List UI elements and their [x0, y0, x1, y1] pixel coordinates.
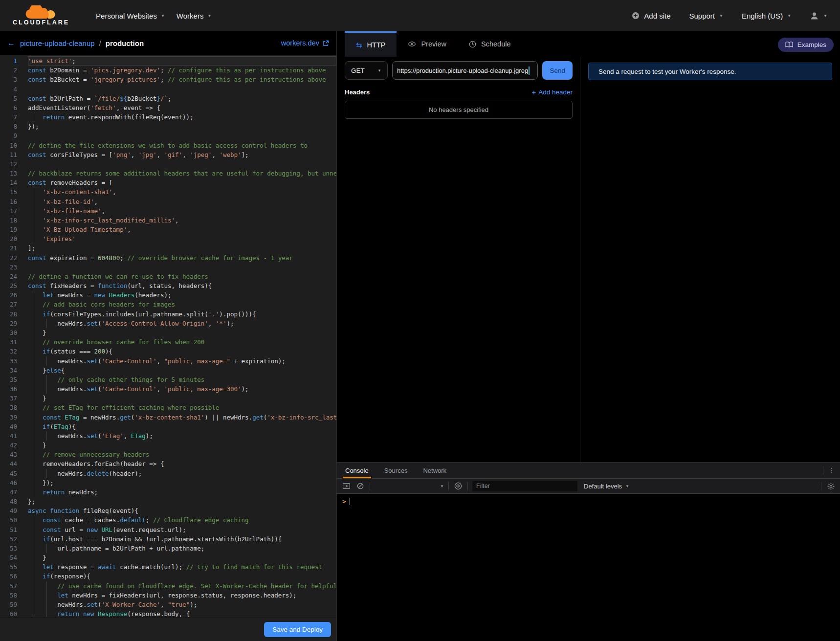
cloudflare-workers-editor: CLOUDFLARE Personal Websites ▼ Workers ▼… [0, 0, 840, 641]
http-arrows-icon: ⇆ [356, 41, 362, 49]
eye-icon [408, 41, 416, 47]
tab-schedule[interactable]: Schedule [458, 31, 522, 57]
indent-guide [32, 375, 32, 384]
log-levels-dropdown[interactable]: Default levels ▼ [584, 483, 629, 490]
indent-guide [32, 347, 32, 356]
user-icon [810, 11, 819, 20]
indent-guide [46, 591, 47, 600]
indent-guide [32, 356, 32, 366]
tab-preview[interactable]: Preview [397, 31, 458, 57]
line-number: 27 [0, 300, 17, 309]
javascript-context-dropdown[interactable]: ▼ [375, 484, 444, 488]
tab-http[interactable]: ⇆ HTTP [345, 31, 397, 57]
code-line: } [28, 553, 336, 562]
line-number: 38 [0, 403, 17, 412]
plus-icon: + [531, 88, 536, 96]
code-editor[interactable]: 1234567891011121314151617181920212223242… [0, 55, 336, 617]
line-number: 26 [0, 290, 17, 300]
breadcrumb-script-link[interactable]: picture-upload-cleanup [20, 39, 95, 47]
clear-console-icon[interactable] [355, 483, 365, 489]
indent-guide [32, 515, 32, 525]
line-number: 2 [0, 66, 17, 75]
line-number: 49 [0, 506, 17, 515]
console-output[interactable]: > [337, 494, 840, 641]
indent-guide [46, 375, 47, 384]
tab-network[interactable]: Network [420, 463, 449, 478]
code-line [28, 159, 336, 169]
indent-guide [32, 197, 32, 206]
indent-guide [32, 487, 32, 497]
code-line: const ETag = newHdrs.get('x-bz-content-s… [28, 413, 336, 422]
indent-guide [32, 216, 32, 225]
console-sidebar-toggle-icon[interactable] [341, 483, 351, 489]
breadcrumb: ← picture-upload-cleanup / production wo… [0, 31, 336, 55]
code-line: newHdrs.set('ETag', ETag); [28, 431, 336, 441]
line-number: 11 [0, 150, 17, 159]
back-arrow-icon[interactable]: ← [7, 39, 15, 47]
indent-guide [32, 206, 32, 216]
tab-sources[interactable]: Sources [382, 463, 410, 478]
code-line: }); [28, 478, 336, 487]
line-number: 50 [0, 515, 17, 525]
indent-guide [32, 450, 32, 459]
line-number: 54 [0, 553, 17, 562]
line-number: 12 [0, 159, 17, 169]
method-select[interactable]: GET ▼ [345, 61, 388, 80]
editor-code[interactable]: 'use strict';const b2Domain = 'pics.jgre… [24, 56, 336, 617]
code-line: 'x-bz-info-src_last_modified_millis', [28, 216, 336, 225]
language-menu[interactable]: English (US) ▼ [742, 12, 791, 20]
code-line: // only cache other things for 5 minutes [28, 375, 336, 384]
code-line: return new Response(response.body, { [28, 609, 336, 617]
line-number: 5 [0, 94, 17, 103]
nav-menu-workers[interactable]: Workers ▼ [177, 12, 211, 20]
line-number: 16 [0, 197, 17, 206]
code-line: newHdrs.set('X-Worker-Cache', "true"); [28, 600, 336, 609]
editor-pane: ← picture-upload-cleanup / production wo… [0, 31, 337, 641]
response-hint: Send a request to test your Worker's res… [588, 63, 832, 80]
navbar-right: Add site Support ▼ English (US) ▼ ▼ [632, 11, 827, 20]
line-number: 29 [0, 319, 17, 328]
account-menu[interactable]: ▼ [810, 11, 827, 20]
line-number: 15 [0, 187, 17, 197]
line-number: 10 [0, 141, 17, 150]
text-cursor [350, 498, 351, 505]
nav-menu-personal-websites[interactable]: Personal Websites ▼ [96, 12, 165, 20]
line-number: 23 [0, 263, 17, 272]
code-line: url.pathname = b2UrlPath + url.pathname; [28, 544, 336, 553]
more-options-icon[interactable]: ⋮ [823, 463, 840, 478]
line-number: 33 [0, 356, 17, 366]
support-menu[interactable]: Support ▼ [689, 12, 723, 20]
code-line: let newHdrs = fixHeaders(url, response.s… [28, 591, 336, 600]
examples-button[interactable]: Examples [778, 38, 834, 52]
code-line: 'x-bz-file-name', [28, 206, 336, 216]
code-line: } [28, 328, 336, 337]
code-line: const corsFileTypes = ['png', 'jpg', 'gi… [28, 150, 336, 159]
add-site-button[interactable]: Add site [632, 12, 670, 20]
url-input[interactable]: https://production.picture-upload-cleanu… [392, 61, 538, 80]
cloudflare-logo[interactable]: CLOUDFLARE [13, 5, 69, 26]
line-number: 32 [0, 347, 17, 356]
code-line: const url = new URL(event.request.url); [28, 525, 336, 534]
workers-dev-link[interactable]: workers.dev [281, 39, 329, 47]
devtools-console: Console Sources Network ⋮ [337, 462, 840, 641]
external-link-icon [323, 40, 329, 46]
indent-guide [32, 553, 32, 562]
code-line: removeHeaders.forEach(header => { [28, 459, 336, 468]
indent-guide [46, 384, 47, 394]
code-line: // backblaze returns some additional hea… [28, 169, 336, 178]
preview-pane: ⇆ HTTP Preview [337, 31, 840, 641]
tab-console[interactable]: Console [343, 463, 371, 478]
console-settings-gear-icon[interactable] [826, 483, 836, 490]
indent-guide [32, 525, 32, 534]
indent-guide [32, 384, 32, 394]
live-expression-eye-icon[interactable] [453, 482, 463, 490]
add-header-button[interactable]: + Add header [531, 88, 573, 96]
top-navbar: CLOUDFLARE Personal Websites ▼ Workers ▼… [0, 0, 840, 31]
save-and-deploy-button[interactable]: Save and Deploy [264, 622, 331, 637]
response-pane: Send a request to test your Worker's res… [580, 57, 840, 462]
indent-guide [32, 225, 32, 234]
line-number: 46 [0, 478, 17, 487]
send-button[interactable]: Send [542, 61, 573, 80]
console-filter-input[interactable] [472, 481, 577, 491]
console-prompt[interactable]: > [342, 498, 840, 505]
